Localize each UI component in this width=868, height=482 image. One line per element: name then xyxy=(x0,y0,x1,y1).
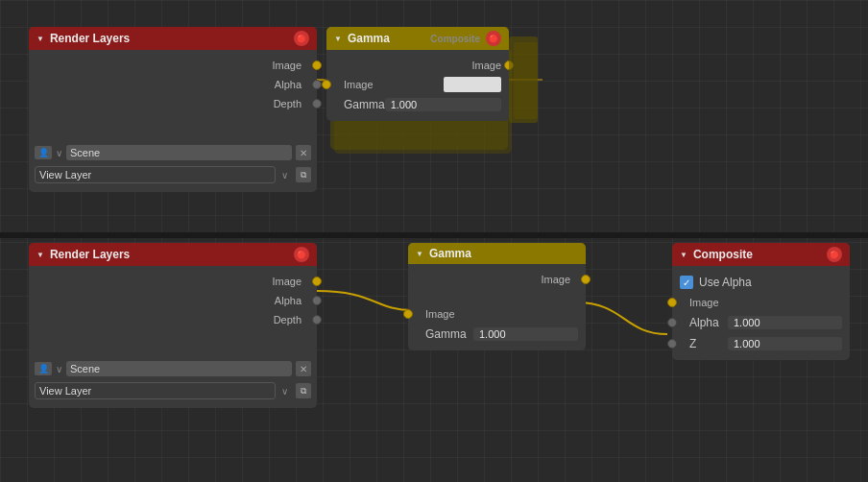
alpha-value-field[interactable]: 1.000 xyxy=(728,316,842,329)
scene-chevron[interactable]: ∨ xyxy=(56,148,62,158)
collapse-triangle[interactable]: ▼ xyxy=(36,251,44,259)
gamma-row: Gamma 1.000 xyxy=(326,94,509,115)
depth-output-row: Depth xyxy=(29,94,317,113)
image-out-label: Image xyxy=(416,274,578,285)
collapse-triangle[interactable]: ▼ xyxy=(680,251,687,259)
image-in-socket xyxy=(403,309,413,319)
collapse-triangle[interactable]: ▼ xyxy=(334,35,342,43)
depth-socket xyxy=(312,315,322,325)
bottom-render-layers-header: ▼ Render Layers 🔴 xyxy=(29,243,317,266)
view-layer-dropdown[interactable]: View Layer xyxy=(35,382,276,399)
alpha-row: Alpha 1.000 xyxy=(672,312,850,333)
gamma-value-field[interactable]: 1.000 xyxy=(473,327,578,341)
depth-socket xyxy=(312,99,322,108)
scene-clear-button[interactable]: ✕ xyxy=(296,145,311,160)
view-layer-dropdown[interactable]: View Layer xyxy=(35,166,276,183)
alpha-output-row: Alpha xyxy=(29,75,317,94)
depth-label: Depth xyxy=(36,98,309,109)
scene-clear-button[interactable]: ✕ xyxy=(296,361,311,376)
node-body: Image Image Gamma 1.000 xyxy=(408,264,586,350)
render-icon: 🔴 xyxy=(486,31,501,46)
gamma-label: Gamma xyxy=(334,98,385,111)
bottom-panel: ▼ Render Layers 🔴 Image Alpha Depth 👤 ∨ xyxy=(0,238,868,482)
render-icon: 🔴 xyxy=(294,247,309,262)
copy-button[interactable]: ⧉ xyxy=(296,383,311,398)
composite-icon: 🔴 xyxy=(827,247,842,262)
top-panel: ▼ Render Layers 🔴 Image Alpha Depth 👤 ∨ xyxy=(0,0,868,232)
alpha-label: Alpha xyxy=(36,79,309,90)
scene-icon: 👤 xyxy=(35,362,52,375)
gamma-value: 1.000 xyxy=(479,328,506,340)
scene-row: 👤 ∨ Scene ✕ xyxy=(29,142,317,163)
view-layer-row: View Layer ∨ ⧉ xyxy=(29,163,317,186)
scene-chevron[interactable]: ∨ xyxy=(56,364,62,374)
image-output-row: Image xyxy=(29,272,317,291)
alpha-socket xyxy=(667,318,677,327)
depth-output-row: Depth xyxy=(29,310,317,329)
image-out-row: Image xyxy=(408,270,586,289)
collapse-triangle[interactable]: ▼ xyxy=(36,35,44,43)
bottom-composite-header: ▼ Composite 🔴 xyxy=(672,243,850,266)
alpha-label: Alpha xyxy=(36,295,309,306)
gamma-value: 1.000 xyxy=(391,99,418,110)
z-socket xyxy=(667,339,677,349)
image-in-row: Image xyxy=(326,75,509,94)
view-layer-chevron[interactable]: ∨ xyxy=(281,386,288,397)
alpha-label: Alpha xyxy=(680,316,728,329)
node-body: Image Image Gamma 1.000 xyxy=(326,50,509,121)
node-title: Composite xyxy=(693,248,821,261)
gamma-row: Gamma 1.000 xyxy=(408,324,586,345)
view-layer-row: View Layer ∨ ⧉ xyxy=(29,379,317,402)
collapse-triangle[interactable]: ▼ xyxy=(416,250,423,258)
image-in-socket xyxy=(322,80,331,89)
z-value-field[interactable]: 1.000 xyxy=(728,337,842,350)
image-output-row: Image xyxy=(29,56,317,75)
use-alpha-checkbox[interactable]: ✓ xyxy=(680,276,693,289)
image-label: Image xyxy=(36,276,309,287)
top-render-layers-header: ▼ Render Layers 🔴 xyxy=(29,27,317,50)
image-socket xyxy=(312,60,322,70)
image-label: Image xyxy=(680,297,842,308)
z-label: Z xyxy=(680,337,728,350)
image-in-row: Image xyxy=(408,304,586,324)
scene-icon: 👤 xyxy=(35,146,52,159)
depth-label: Depth xyxy=(36,314,309,325)
alpha-socket xyxy=(312,80,322,89)
render-icon: 🔴 xyxy=(294,31,309,46)
z-row: Z 1.000 xyxy=(672,333,850,354)
alpha-value: 1.000 xyxy=(734,317,760,328)
bottom-gamma-header: ▼ Gamma xyxy=(408,243,586,264)
alpha-output-row: Alpha xyxy=(29,291,317,310)
gamma-label: Gamma xyxy=(416,327,473,341)
top-render-layers-node: ▼ Render Layers 🔴 Image Alpha Depth 👤 ∨ xyxy=(29,27,317,192)
scene-dropdown[interactable]: Scene xyxy=(66,145,292,160)
image-out-socket xyxy=(581,275,591,284)
ghost-composite-side2 xyxy=(514,42,538,119)
node-title: Render Layers xyxy=(50,32,288,45)
use-alpha-row: ✓ Use Alpha xyxy=(672,272,850,293)
image-in-label: Image xyxy=(416,308,578,320)
image-socket xyxy=(312,277,322,286)
image-out-label: Image xyxy=(334,60,501,71)
node-body: Image Alpha Depth 👤 ∨ Scene ✕ View Laye xyxy=(29,50,317,192)
use-alpha-label: Use Alpha xyxy=(699,276,752,289)
node-title: Gamma xyxy=(429,247,578,260)
top-gamma-node: ▼ Gamma Composite 🔴 Image Image Gamma 1.… xyxy=(326,27,509,121)
copy-button[interactable]: ⧉ xyxy=(296,167,311,182)
z-value: 1.000 xyxy=(734,338,760,349)
image-in-row: Image xyxy=(672,293,850,312)
image-field[interactable] xyxy=(444,77,501,92)
node-body: ✓ Use Alpha Image Alpha 1.000 Z xyxy=(672,266,850,360)
scene-dropdown[interactable]: Scene xyxy=(66,361,292,376)
bottom-gamma-node: ▼ Gamma Image Image Gamma 1.000 xyxy=(408,243,586,350)
top-gamma-header: ▼ Gamma Composite 🔴 xyxy=(326,27,509,50)
image-out-row: Image xyxy=(326,56,509,75)
image-in-label: Image xyxy=(334,79,444,90)
image-label: Image xyxy=(36,60,309,71)
image-in-socket xyxy=(667,298,677,307)
view-layer-chevron[interactable]: ∨ xyxy=(281,170,288,181)
panel-divider xyxy=(0,232,868,238)
gamma-value-field[interactable]: 1.000 xyxy=(385,98,501,111)
node-body: Image Alpha Depth 👤 ∨ Scene ✕ View Laye xyxy=(29,266,317,408)
scene-row: 👤 ∨ Scene ✕ xyxy=(29,358,317,379)
